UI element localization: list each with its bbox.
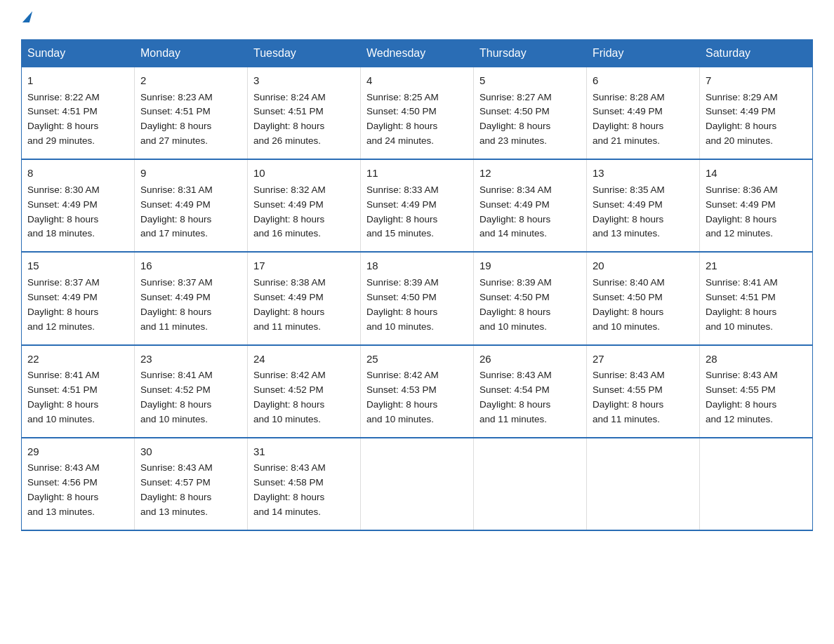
day-number: 15 bbox=[27, 258, 128, 274]
calendar-table: SundayMondayTuesdayWednesdayThursdayFrid… bbox=[21, 39, 813, 531]
day-number: 16 bbox=[140, 258, 241, 274]
day-info: Sunrise: 8:23 AMSunset: 4:51 PMDaylight:… bbox=[140, 92, 213, 147]
day-info: Sunrise: 8:39 AMSunset: 4:50 PMDaylight:… bbox=[366, 277, 439, 332]
column-header-tuesday: Tuesday bbox=[248, 40, 361, 67]
day-info: Sunrise: 8:41 AMSunset: 4:51 PMDaylight:… bbox=[27, 370, 100, 424]
calendar-cell: 18Sunrise: 8:39 AMSunset: 4:50 PMDayligh… bbox=[361, 252, 474, 344]
calendar-cell: 26Sunrise: 8:43 AMSunset: 4:54 PMDayligh… bbox=[474, 345, 587, 438]
day-number: 1 bbox=[27, 73, 128, 89]
calendar-cell: 5Sunrise: 8:27 AMSunset: 4:50 PMDaylight… bbox=[474, 67, 587, 160]
day-number: 27 bbox=[593, 351, 694, 368]
day-info: Sunrise: 8:24 AMSunset: 4:51 PMDaylight:… bbox=[253, 92, 326, 147]
day-number: 24 bbox=[253, 351, 355, 368]
calendar-cell bbox=[361, 438, 474, 530]
calendar-week-row: 1Sunrise: 8:22 AMSunset: 4:51 PMDaylight… bbox=[22, 67, 813, 160]
calendar-header-row: SundayMondayTuesdayWednesdayThursdayFrid… bbox=[22, 40, 813, 67]
day-number: 8 bbox=[27, 166, 128, 182]
calendar-cell: 10Sunrise: 8:32 AMSunset: 4:49 PMDayligh… bbox=[248, 159, 361, 252]
day-info: Sunrise: 8:43 AMSunset: 4:56 PMDaylight:… bbox=[27, 462, 100, 517]
calendar-cell: 1Sunrise: 8:22 AMSunset: 4:51 PMDaylight… bbox=[22, 67, 135, 160]
calendar-cell: 20Sunrise: 8:40 AMSunset: 4:50 PMDayligh… bbox=[587, 252, 700, 344]
day-number: 31 bbox=[253, 444, 355, 460]
day-number: 3 bbox=[253, 73, 355, 89]
calendar-cell: 29Sunrise: 8:43 AMSunset: 4:56 PMDayligh… bbox=[22, 438, 135, 530]
column-header-wednesday: Wednesday bbox=[361, 40, 474, 67]
calendar-cell: 9Sunrise: 8:31 AMSunset: 4:49 PMDaylight… bbox=[135, 159, 248, 252]
calendar-cell: 30Sunrise: 8:43 AMSunset: 4:57 PMDayligh… bbox=[135, 438, 248, 530]
calendar-cell: 2Sunrise: 8:23 AMSunset: 4:51 PMDaylight… bbox=[135, 67, 248, 160]
calendar-cell: 17Sunrise: 8:38 AMSunset: 4:49 PMDayligh… bbox=[248, 252, 361, 344]
calendar-cell: 15Sunrise: 8:37 AMSunset: 4:49 PMDayligh… bbox=[22, 252, 135, 344]
day-info: Sunrise: 8:43 AMSunset: 4:57 PMDaylight:… bbox=[140, 462, 213, 517]
day-number: 11 bbox=[366, 166, 468, 182]
calendar-cell: 31Sunrise: 8:43 AMSunset: 4:58 PMDayligh… bbox=[248, 438, 361, 530]
day-number: 10 bbox=[253, 166, 355, 182]
day-info: Sunrise: 8:36 AMSunset: 4:49 PMDaylight:… bbox=[706, 185, 778, 239]
day-number: 13 bbox=[593, 166, 694, 182]
day-number: 30 bbox=[140, 444, 241, 460]
day-number: 22 bbox=[27, 351, 128, 368]
calendar-cell: 14Sunrise: 8:36 AMSunset: 4:49 PMDayligh… bbox=[700, 159, 813, 252]
day-number: 29 bbox=[27, 444, 128, 460]
page-header bbox=[21, 14, 813, 25]
day-info: Sunrise: 8:29 AMSunset: 4:49 PMDaylight:… bbox=[706, 92, 778, 147]
calendar-week-row: 22Sunrise: 8:41 AMSunset: 4:51 PMDayligh… bbox=[22, 345, 813, 438]
day-info: Sunrise: 8:30 AMSunset: 4:49 PMDaylight:… bbox=[27, 185, 100, 239]
calendar-cell: 16Sunrise: 8:37 AMSunset: 4:49 PMDayligh… bbox=[135, 252, 248, 344]
calendar-cell: 11Sunrise: 8:33 AMSunset: 4:49 PMDayligh… bbox=[361, 159, 474, 252]
day-info: Sunrise: 8:38 AMSunset: 4:49 PMDaylight:… bbox=[253, 277, 326, 332]
day-number: 28 bbox=[706, 351, 807, 368]
day-number: 5 bbox=[479, 73, 581, 89]
day-info: Sunrise: 8:40 AMSunset: 4:50 PMDaylight:… bbox=[593, 277, 665, 332]
logo bbox=[21, 14, 31, 25]
day-number: 6 bbox=[593, 73, 694, 89]
calendar-cell: 13Sunrise: 8:35 AMSunset: 4:49 PMDayligh… bbox=[587, 159, 700, 252]
day-info: Sunrise: 8:42 AMSunset: 4:53 PMDaylight:… bbox=[366, 370, 439, 424]
day-info: Sunrise: 8:32 AMSunset: 4:49 PMDaylight:… bbox=[253, 185, 326, 239]
day-info: Sunrise: 8:41 AMSunset: 4:51 PMDaylight:… bbox=[706, 277, 778, 332]
day-info: Sunrise: 8:27 AMSunset: 4:50 PMDaylight:… bbox=[479, 92, 552, 147]
calendar-cell: 28Sunrise: 8:43 AMSunset: 4:55 PMDayligh… bbox=[700, 345, 813, 438]
calendar-cell: 8Sunrise: 8:30 AMSunset: 4:49 PMDaylight… bbox=[22, 159, 135, 252]
calendar-cell: 4Sunrise: 8:25 AMSunset: 4:50 PMDaylight… bbox=[361, 67, 474, 160]
day-number: 7 bbox=[706, 73, 807, 89]
day-number: 12 bbox=[479, 166, 581, 182]
calendar-week-row: 15Sunrise: 8:37 AMSunset: 4:49 PMDayligh… bbox=[22, 252, 813, 344]
day-info: Sunrise: 8:41 AMSunset: 4:52 PMDaylight:… bbox=[140, 370, 213, 424]
day-info: Sunrise: 8:42 AMSunset: 4:52 PMDaylight:… bbox=[253, 370, 326, 424]
column-header-sunday: Sunday bbox=[22, 40, 135, 67]
calendar-cell: 23Sunrise: 8:41 AMSunset: 4:52 PMDayligh… bbox=[135, 345, 248, 438]
calendar-cell: 22Sunrise: 8:41 AMSunset: 4:51 PMDayligh… bbox=[22, 345, 135, 438]
calendar-cell: 19Sunrise: 8:39 AMSunset: 4:50 PMDayligh… bbox=[474, 252, 587, 344]
day-info: Sunrise: 8:43 AMSunset: 4:58 PMDaylight:… bbox=[253, 462, 326, 517]
column-header-saturday: Saturday bbox=[700, 40, 813, 67]
day-info: Sunrise: 8:37 AMSunset: 4:49 PMDaylight:… bbox=[27, 277, 100, 332]
day-info: Sunrise: 8:35 AMSunset: 4:49 PMDaylight:… bbox=[593, 185, 665, 239]
day-info: Sunrise: 8:43 AMSunset: 4:55 PMDaylight:… bbox=[593, 370, 665, 424]
day-number: 20 bbox=[593, 258, 694, 274]
calendar-cell bbox=[474, 438, 587, 530]
day-number: 21 bbox=[706, 258, 807, 274]
day-info: Sunrise: 8:22 AMSunset: 4:51 PMDaylight:… bbox=[27, 92, 100, 147]
calendar-cell: 3Sunrise: 8:24 AMSunset: 4:51 PMDaylight… bbox=[248, 67, 361, 160]
calendar-cell: 25Sunrise: 8:42 AMSunset: 4:53 PMDayligh… bbox=[361, 345, 474, 438]
day-info: Sunrise: 8:37 AMSunset: 4:49 PMDaylight:… bbox=[140, 277, 213, 332]
logo-triangle-icon bbox=[22, 11, 32, 22]
day-number: 25 bbox=[366, 351, 468, 368]
day-info: Sunrise: 8:25 AMSunset: 4:50 PMDaylight:… bbox=[366, 92, 439, 147]
column-header-friday: Friday bbox=[587, 40, 700, 67]
day-info: Sunrise: 8:34 AMSunset: 4:49 PMDaylight:… bbox=[479, 185, 552, 239]
day-info: Sunrise: 8:28 AMSunset: 4:49 PMDaylight:… bbox=[593, 92, 665, 147]
calendar-cell: 12Sunrise: 8:34 AMSunset: 4:49 PMDayligh… bbox=[474, 159, 587, 252]
day-number: 14 bbox=[706, 166, 807, 182]
day-info: Sunrise: 8:39 AMSunset: 4:50 PMDaylight:… bbox=[479, 277, 552, 332]
day-info: Sunrise: 8:43 AMSunset: 4:55 PMDaylight:… bbox=[706, 370, 778, 424]
day-number: 9 bbox=[140, 166, 241, 182]
day-number: 17 bbox=[253, 258, 355, 274]
calendar-cell bbox=[587, 438, 700, 530]
calendar-cell: 24Sunrise: 8:42 AMSunset: 4:52 PMDayligh… bbox=[248, 345, 361, 438]
calendar-week-row: 8Sunrise: 8:30 AMSunset: 4:49 PMDaylight… bbox=[22, 159, 813, 252]
calendar-cell: 6Sunrise: 8:28 AMSunset: 4:49 PMDaylight… bbox=[587, 67, 700, 160]
column-header-monday: Monday bbox=[135, 40, 248, 67]
day-number: 19 bbox=[479, 258, 581, 274]
